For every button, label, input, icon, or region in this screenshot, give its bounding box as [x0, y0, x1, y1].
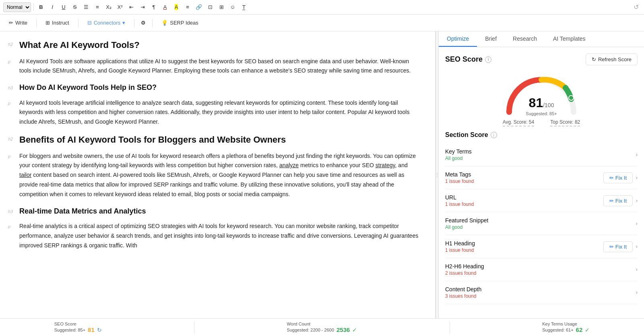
score-item-row-0[interactable]: Key Terms All good › [445, 143, 638, 166]
score-item: H2-H6 Heading 2 issues found › [445, 258, 638, 281]
avg-score-label[interactable]: Avg. Score: 54 [503, 119, 535, 127]
info-icon[interactable]: i [485, 56, 491, 63]
score-item-name-4: H1 Heading [445, 240, 603, 247]
seo-suggested: Suggested: 85+ [526, 111, 557, 116]
formatting-toolbar: Normal B I U S ☰ ≡ X₂ X² ⇤ ⇥ ¶ A A ≡ 🔗 ⊡… [0, 0, 644, 15]
bottom-seo-value: 81 [88, 326, 95, 333]
block-content-h3-2[interactable]: Real-time Data Metrics and Analytics [19, 207, 419, 219]
block-content-p1[interactable]: AI Keyword Tools are software applicatio… [19, 57, 419, 81]
block-content-h3-1[interactable]: How Do AI Keyword Tools Help in SEO? [19, 83, 419, 95]
block-content-p3[interactable]: For bloggers and website owners, the use… [19, 151, 419, 204]
block-content-h2-2[interactable]: Benefits of AI Keyword Tools for Blogger… [19, 134, 419, 149]
block-label-p2: p [8, 98, 19, 106]
strategy-link[interactable]: strategy [376, 162, 395, 168]
format-select[interactable]: Normal [3, 2, 31, 12]
bottom-refresh-icon[interactable]: ↻ [97, 327, 102, 333]
block-content-p4[interactable]: Real-time analytics is a critical aspect… [19, 222, 419, 255]
score-item-right-5: › [636, 267, 638, 272]
link-button[interactable]: 🔗 [194, 2, 204, 12]
heading-ai-keyword-tools: What Are AI Keyword Tools? [19, 39, 419, 51]
image-button[interactable]: ⊡ [205, 2, 215, 12]
write-button[interactable]: ✏ Write [5, 18, 31, 27]
subscript-button[interactable]: X₂ [104, 2, 114, 12]
top-score-benchmark: Top Score: 82 [550, 119, 580, 127]
score-item-status-3: All good [445, 224, 636, 230]
indent-left-button[interactable]: ⇤ [126, 2, 136, 12]
score-item-name-3: Featured Snippet [445, 217, 636, 224]
score-item-left-6: Content Depth 3 issues found [445, 286, 636, 299]
sep-toolbar4 [152, 19, 153, 27]
bottom-word-row: Suggested: 2200 - 2600 2536 ✓ [287, 326, 357, 333]
tab-research[interactable]: Research [505, 31, 545, 47]
bullet-list-button[interactable]: ☰ [81, 2, 91, 12]
bold-button[interactable]: B [36, 2, 46, 12]
chevron-icon-2: › [636, 198, 638, 203]
seo-score-value: 81 [529, 95, 543, 110]
font-color-button[interactable]: A [160, 2, 170, 12]
bottom-sep1 [194, 322, 194, 333]
highlight-button[interactable]: A [171, 2, 181, 12]
paragraph-button[interactable]: ¶ [149, 2, 159, 12]
top-score-label[interactable]: Top Score: 82 [550, 119, 580, 127]
block-content-p2[interactable]: AI keyword tools leverage artificial int… [19, 98, 419, 132]
connectors-icon: ⊟ [87, 20, 92, 26]
right-panel: Optimize Brief Research AI Templates SEO… [439, 31, 644, 318]
score-item-row-1[interactable]: Meta Tags 1 issue found ✏ Fix It › [445, 166, 638, 189]
key-terms-stat: Key Terms Usage Suggested: 61+ 62 ✓ [542, 321, 590, 333]
connectors-button[interactable]: ⊟ Connectors ▾ [83, 18, 129, 27]
key-check-icon: ✓ [585, 327, 590, 333]
clear-format-button[interactable]: T̲ [239, 2, 249, 12]
action-toolbar: ✏ Write ⊞ Instruct ⊟ Connectors ▾ ⚙ 💡 SE… [0, 15, 644, 31]
score-item-status-1: 1 issue found [445, 178, 603, 184]
block-row-p4: p Real-time analytics is a critical aspe… [8, 222, 419, 255]
score-item-row-3[interactable]: Featured Snippet All good › [445, 212, 638, 235]
score-item-status-2: 1 issue found [445, 201, 603, 207]
section-info-icon[interactable]: i [491, 132, 497, 138]
italic-button[interactable]: I [47, 2, 57, 12]
para-ai-keyword-def: AI Keyword Tools are software applicatio… [19, 57, 419, 76]
score-item-row-5[interactable]: H2-H6 Heading 2 issues found › [445, 258, 638, 281]
fix-it-button-4[interactable]: ✏ Fix It [603, 241, 633, 252]
block-label-p1: p [8, 57, 19, 64]
tab-brief[interactable]: Brief [477, 31, 505, 47]
superscript-button[interactable]: X² [115, 2, 125, 12]
serp-ideas-button[interactable]: 💡 SERP Ideas [157, 18, 202, 27]
seo-out-of: /100 [543, 102, 554, 108]
block-row-h3-1: h3 How Do AI Keyword Tools Help in SEO? [8, 83, 419, 95]
bottom-key-value: 62 [576, 326, 583, 333]
editor-area[interactable]: h2 What Are AI Keyword Tools? p AI Keywo… [0, 31, 436, 318]
block-label-h2-1: h2 [8, 39, 19, 47]
fix-it-button-1[interactable]: ✏ Fix It [603, 172, 633, 183]
refresh-score-button[interactable]: ↻ Refresh Score [586, 54, 638, 65]
score-item-right-4: ✏ Fix It › [603, 241, 638, 252]
score-item-row-6[interactable]: Content Depth 3 issues found › [445, 281, 638, 304]
gauge-container: 81/100 Suggested: 85+ Avg. Score: 54 Top… [445, 72, 638, 127]
align-button[interactable]: ≡ [183, 2, 192, 12]
score-item-name-1: Meta Tags [445, 171, 603, 178]
chevron-icon-3: › [636, 221, 638, 226]
score-item-row-4[interactable]: H1 Heading 1 issue found ✏ Fix It › [445, 235, 638, 258]
emoji-button[interactable]: ☺ [228, 2, 237, 12]
panel-content: SEO Score i ↻ Refresh Score [439, 47, 644, 318]
chevron-icon-1: › [636, 175, 638, 180]
numbered-list-button[interactable]: ≡ [93, 2, 102, 12]
fix-it-button-2[interactable]: ✏ Fix It [603, 195, 633, 206]
strikethrough-button[interactable]: S [70, 2, 80, 12]
block-content-h2-1[interactable]: What Are AI Keyword Tools? [19, 39, 419, 54]
tab-ai-templates[interactable]: AI Templates [545, 31, 594, 47]
score-item-left-5: H2-H6 Heading 2 issues found [445, 263, 636, 276]
block-label-p3: p [8, 151, 19, 159]
resize-handle[interactable] [436, 31, 439, 318]
underline-button[interactable]: U [59, 2, 68, 12]
indent-right-button[interactable]: ⇥ [138, 2, 147, 12]
analyze-link[interactable]: analyze [279, 162, 299, 168]
tab-optimize[interactable]: Optimize [439, 31, 477, 47]
instruct-button[interactable]: ⊞ Instruct [41, 18, 73, 27]
para-how-help: AI keyword tools leverage artificial int… [19, 98, 419, 127]
gear-button[interactable]: ⚙ [139, 18, 147, 27]
tailor-link[interactable]: tailor [19, 172, 31, 178]
table-button[interactable]: ⊞ [217, 2, 226, 12]
undo-button[interactable]: ↺ [631, 2, 641, 12]
score-item-row-2[interactable]: URL 1 issue found ✏ Fix It › [445, 189, 638, 212]
instruct-icon: ⊞ [45, 20, 50, 26]
